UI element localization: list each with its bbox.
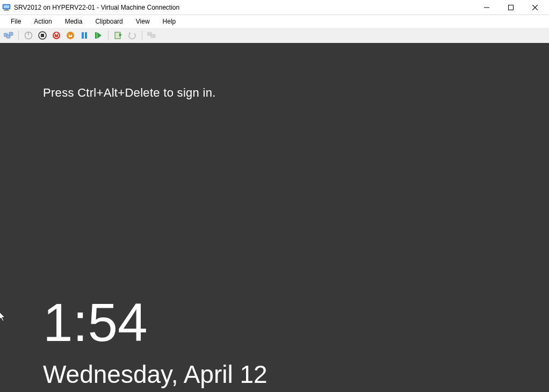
checkpoint-icon <box>114 31 122 40</box>
svg-rect-20 <box>85 32 87 39</box>
reset-icon <box>94 31 103 40</box>
svg-rect-21 <box>95 32 97 39</box>
pause-icon <box>80 31 89 40</box>
toolbar-checkpoint-button[interactable] <box>113 30 124 41</box>
toolbar-start-button <box>23 30 34 41</box>
toolbar-enhanced-session-button <box>147 30 157 41</box>
power-start-icon <box>24 31 33 40</box>
svg-rect-1 <box>4 5 10 8</box>
maximize-icon <box>508 5 514 10</box>
menu-view[interactable]: View <box>129 16 156 27</box>
lockscreen-date: Wednesday, April 12 <box>43 362 268 387</box>
stop-icon <box>38 31 47 40</box>
toolbar-save-button[interactable] <box>65 30 76 41</box>
minimize-button[interactable] <box>474 0 499 15</box>
window-controls <box>474 0 547 15</box>
menu-file[interactable]: File <box>4 16 27 27</box>
toolbar-shutdown-button[interactable] <box>51 30 62 41</box>
close-icon <box>532 5 538 10</box>
vm-guest-display[interactable]: Press Ctrl+Alt+Delete to sign in. 1:54 W… <box>0 43 549 392</box>
lockscreen-time: 1:54 <box>43 295 148 349</box>
svg-rect-27 <box>151 34 155 38</box>
svg-marker-25 <box>129 32 131 35</box>
revert-icon <box>128 31 136 40</box>
svg-rect-2 <box>5 9 8 10</box>
svg-rect-10 <box>9 32 13 35</box>
save-state-icon <box>66 31 75 40</box>
toolbar-ctrl-alt-del-button[interactable] <box>3 30 14 41</box>
keys-icon <box>4 31 13 40</box>
svg-rect-5 <box>508 5 513 10</box>
app-icon <box>2 3 11 12</box>
svg-rect-17 <box>56 33 57 35</box>
toolbar-pause-button[interactable] <box>79 30 90 41</box>
minimize-icon <box>484 5 489 10</box>
enhanced-session-icon <box>147 32 157 39</box>
maximize-button[interactable] <box>499 0 523 15</box>
toolbar-turnoff-button[interactable] <box>37 30 48 41</box>
titlebar: SRV2012 on HYPERV22-01 - Virtual Machine… <box>0 0 549 15</box>
window-title: SRV2012 on HYPERV22-01 - Virtual Machine… <box>14 4 474 11</box>
toolbar-revert-button <box>127 30 138 41</box>
menubar: File Action Media Clipboard View Help <box>0 15 549 28</box>
svg-rect-3 <box>4 10 9 11</box>
toolbar-reset-button[interactable] <box>93 30 104 41</box>
menu-clipboard[interactable]: Clipboard <box>89 16 129 27</box>
toolbar-separator <box>142 31 142 40</box>
close-button[interactable] <box>523 0 547 15</box>
svg-rect-14 <box>41 34 44 37</box>
menu-media[interactable]: Media <box>59 16 89 27</box>
menu-action[interactable]: Action <box>27 16 58 27</box>
lockscreen-prompt: Press Ctrl+Alt+Delete to sign in. <box>43 86 216 100</box>
toolbar-separator <box>108 31 109 40</box>
shutdown-icon <box>52 31 61 40</box>
svg-marker-22 <box>97 32 102 39</box>
toolbar <box>0 28 549 43</box>
svg-rect-19 <box>82 32 84 39</box>
toolbar-separator <box>18 31 19 40</box>
menu-help[interactable]: Help <box>156 16 183 27</box>
